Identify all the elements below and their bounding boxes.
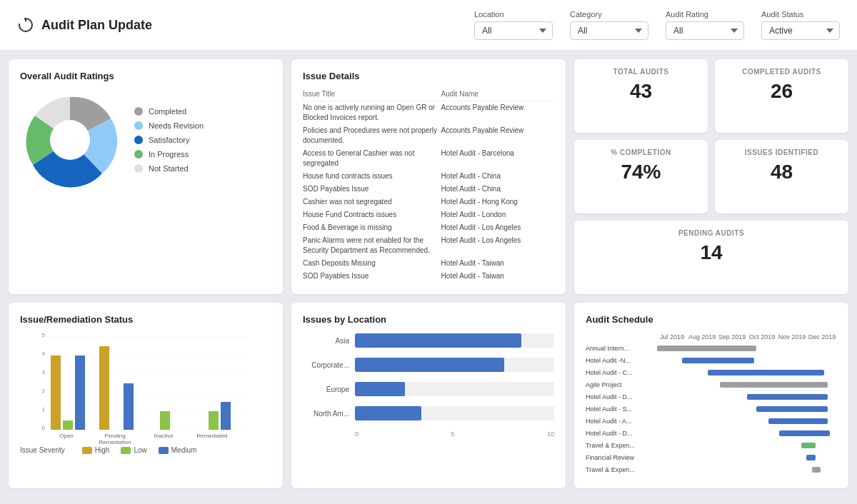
gantt-row: Agile Project bbox=[586, 380, 837, 390]
gantt-row: Hotel Audit - C... bbox=[586, 368, 837, 378]
filter-label: Audit Status bbox=[761, 10, 840, 19]
gantt-track bbox=[657, 368, 837, 378]
gantt-row: Travel & Expen... bbox=[586, 465, 837, 475]
svg-point-2 bbox=[50, 120, 90, 160]
h-bar-track bbox=[355, 358, 554, 372]
completed-audits-value: 26 bbox=[723, 80, 840, 103]
issue-title-cell: Access to General Cashier was not segreg… bbox=[303, 147, 441, 170]
audit-name-cell: Accounts Payable Review bbox=[441, 101, 554, 125]
axis-labels: 0510 bbox=[355, 430, 554, 438]
title-text: Audit Plan Update bbox=[41, 18, 152, 33]
svg-text:Pending: Pending bbox=[104, 433, 125, 439]
filter-label: Location bbox=[474, 10, 553, 19]
h-bar-track bbox=[355, 382, 554, 396]
filter-select-category[interactable]: AllFinanceOperationsIT bbox=[570, 21, 648, 40]
gantt-row: Hotel Audit - S... bbox=[586, 404, 837, 414]
col-audit-header: Audit Name bbox=[441, 90, 554, 101]
gantt-month: Nov 2019 bbox=[777, 333, 807, 341]
audit-name-cell: Hotel Audit - Los Angeles bbox=[441, 221, 554, 234]
col-issue-header: Issue Title bbox=[303, 90, 441, 101]
gantt-row: Hotel Audit - A... bbox=[586, 416, 837, 426]
h-bar-label: North Am... bbox=[303, 410, 349, 418]
location-title: Issues by Location bbox=[303, 314, 554, 325]
legend-item: Not Started bbox=[134, 164, 204, 173]
legend-swatch bbox=[159, 447, 169, 454]
filter-group-audit-rating: Audit RatingAllSatisfactoryNeeds Revisio… bbox=[666, 10, 744, 40]
location-card: Issues by Location Asia Corporate... Eur… bbox=[291, 303, 566, 488]
filter-select-location[interactable]: AllAsiaCorporateEuropeNorth America bbox=[474, 21, 553, 40]
svg-rect-16 bbox=[63, 420, 73, 430]
pending-value: 14 bbox=[583, 241, 840, 264]
legend-label: In Progress bbox=[149, 150, 189, 158]
legend-dot bbox=[134, 164, 143, 173]
table-row: No one is actively running an Open GR or… bbox=[303, 101, 554, 125]
completion-value: 74% bbox=[583, 161, 699, 183]
table-row: Cash Deposits MissingHotel Audit - Taiwa… bbox=[303, 257, 554, 270]
h-bar-fill bbox=[355, 333, 521, 348]
gantt-track bbox=[657, 392, 837, 402]
gantt-bar bbox=[747, 394, 828, 400]
pending-audits-card: PENDING AUDITS 14 bbox=[574, 221, 848, 294]
table-row: Cashier was not segregatedHotel Audit - … bbox=[303, 196, 554, 208]
issue-title-cell: Panic Alarms were not enabled for the Se… bbox=[303, 234, 441, 257]
pie-legend: CompletedNeeds RevisionSatisfactoryIn Pr… bbox=[134, 107, 204, 173]
gantt-month: Dec 2019 bbox=[807, 333, 837, 341]
h-bar-row: Asia bbox=[303, 333, 554, 348]
axis-label: 0 bbox=[355, 430, 359, 438]
gantt-bar bbox=[720, 382, 828, 388]
issues-label: ISSUES IDENTIFIED bbox=[723, 148, 840, 156]
table-row: House Fund Contracts issuesHotel Audit -… bbox=[303, 208, 554, 221]
table-row: Food & Beverage is missingHotel Audit - … bbox=[303, 221, 554, 234]
gantt-row: Hotel Audit - D... bbox=[586, 392, 837, 402]
legend-label: Needs Revision bbox=[149, 121, 204, 130]
filter-select-audit-rating[interactable]: AllSatisfactoryNeeds RevisionCompleted bbox=[666, 21, 744, 40]
filter-select-audit-status[interactable]: AllActiveInactivePending bbox=[761, 21, 840, 40]
svg-rect-17 bbox=[75, 356, 85, 430]
gantt-row: Annual Intern... bbox=[586, 343, 837, 353]
table-row: House fund contracts issuesHotel Audit -… bbox=[303, 170, 554, 183]
issues-value: 48 bbox=[723, 161, 840, 183]
gantt-track bbox=[657, 453, 837, 463]
legend-dot bbox=[134, 121, 143, 130]
legend-label: Satisfactory bbox=[149, 136, 189, 144]
axis-label: 10 bbox=[547, 430, 554, 438]
content-grid: Overall Audit Ratings CompletedNeeds bbox=[0, 51, 857, 497]
schedule-card: Audit Schedule Jul 2019Aug 2019Sep 2019O… bbox=[574, 303, 848, 488]
filter-group-category: CategoryAllFinanceOperationsIT bbox=[570, 10, 648, 40]
svg-text:3: 3 bbox=[42, 369, 46, 376]
gantt-row-label: Hotel Audit - D... bbox=[586, 430, 657, 437]
legend-swatch bbox=[82, 447, 92, 454]
issue-title-cell: SOD Payables Issue bbox=[303, 183, 441, 196]
legend-swatch bbox=[121, 447, 131, 454]
h-bar-track bbox=[355, 333, 554, 348]
gantt-track bbox=[657, 428, 837, 438]
legend-dot bbox=[134, 136, 143, 144]
issue-details-title: Issue Details bbox=[303, 71, 554, 81]
audit-name-cell: Hotel Audit - Barcelona bbox=[441, 147, 554, 170]
audit-name-cell: Hotel Audit - China bbox=[441, 170, 554, 183]
legend-item: Completed bbox=[134, 107, 204, 116]
gantt-bar bbox=[812, 467, 821, 473]
gantt-row-label: Financial Review bbox=[586, 454, 657, 461]
svg-rect-20 bbox=[124, 383, 134, 430]
remediation-title: Issue/Remediation Status bbox=[20, 314, 271, 325]
legend-item: Satisfactory bbox=[134, 136, 204, 144]
audit-name-cell: Hotel Audit - Hong Kong bbox=[441, 196, 554, 208]
issue-title-cell: SOD Payables Issue bbox=[303, 270, 441, 283]
audit-name-cell: Hotel Audit - London bbox=[441, 208, 554, 221]
gantt-row-label: Hotel Audit - S... bbox=[586, 405, 657, 413]
filter-group-audit-status: Audit StatusAllActiveInactivePending bbox=[761, 10, 840, 40]
issue-title-cell: No one is actively running an Open GR or… bbox=[303, 101, 441, 125]
pending-label: PENDING AUDITS bbox=[583, 229, 840, 237]
issue-title-cell: House Fund Contracts issues bbox=[303, 208, 441, 221]
h-bar-row: Corporate... bbox=[303, 358, 554, 372]
pie-chart bbox=[20, 90, 120, 190]
h-bar-fill bbox=[355, 406, 421, 420]
h-bar-label: Europe bbox=[303, 385, 349, 393]
gantt-month: Aug 2019 bbox=[687, 333, 717, 341]
issue-table: Issue Title Audit Name No one is activel… bbox=[303, 90, 554, 283]
schedule-title: Audit Schedule bbox=[586, 314, 837, 325]
gantt-bar bbox=[806, 455, 816, 460]
legend-dot bbox=[134, 150, 143, 158]
gantt-row-label: Hotel Audit - D... bbox=[586, 393, 657, 400]
